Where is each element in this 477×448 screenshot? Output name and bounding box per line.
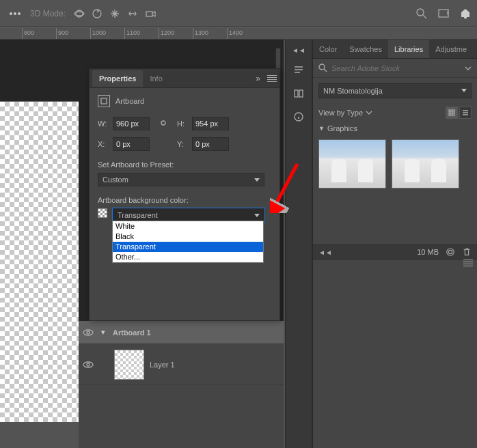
- search-icon[interactable]: [415, 8, 428, 20]
- ruler-mark: 1200: [159, 28, 193, 39]
- svg-rect-8: [299, 90, 303, 97]
- trash-icon[interactable]: [462, 247, 472, 257]
- ruler-mark: 1400: [227, 28, 261, 39]
- dropdown-option-other[interactable]: Other...: [113, 252, 263, 262]
- width-input[interactable]: [113, 117, 150, 130]
- camera-icon[interactable]: [145, 8, 156, 19]
- svg-point-18: [87, 331, 90, 334]
- x-label: X:: [98, 140, 109, 148]
- properties-panel: Properties Info » Artboard W: H: X: Y: S…: [89, 68, 280, 321]
- chevron-down-icon[interactable]: [465, 65, 472, 72]
- layer-thumbnail[interactable]: [114, 350, 144, 380]
- panel-status-bar: ◄◄ 10 MB: [313, 244, 477, 260]
- height-input[interactable]: [192, 117, 229, 130]
- library-asset-thumbnail[interactable]: [318, 139, 386, 188]
- svg-rect-12: [452, 110, 454, 112]
- paragraph-panel-icon[interactable]: [291, 64, 306, 77]
- svg-point-19: [83, 362, 93, 367]
- library-name: NM Stomatologija: [323, 87, 383, 95]
- svg-rect-13: [449, 113, 451, 115]
- disclosure-triangle-icon[interactable]: ▾: [98, 328, 109, 337]
- panel-menu-icon[interactable]: [463, 260, 473, 266]
- svg-point-16: [448, 250, 452, 253]
- mode-label: 3D Mode:: [30, 9, 66, 18]
- bg-color-select[interactable]: Transparent: [113, 208, 264, 222]
- svg-rect-7: [295, 90, 298, 97]
- collapse-panel-icon[interactable]: »: [253, 74, 263, 83]
- bg-color-value: Transparent: [118, 211, 158, 219]
- library-asset-thumbnail[interactable]: [392, 139, 459, 188]
- height-label: H:: [177, 120, 188, 128]
- ruler-mark: 800: [22, 28, 56, 39]
- glyphs-panel-icon[interactable]: [291, 87, 306, 100]
- expand-panels-icon[interactable]: ◄◄: [292, 46, 305, 54]
- y-input[interactable]: [192, 137, 229, 151]
- grid-view-button[interactable]: [446, 107, 458, 119]
- screen-mode-icon[interactable]: [437, 8, 450, 20]
- ruler-mark: 1300: [193, 28, 227, 39]
- svg-point-10: [319, 64, 325, 70]
- orbit-icon[interactable]: [74, 8, 85, 19]
- layer-row[interactable]: Layer 1: [79, 344, 284, 385]
- tab-color[interactable]: Color: [313, 40, 343, 58]
- pan-icon[interactable]: [109, 8, 120, 19]
- collapsed-panel-strip: ◄◄: [285, 40, 312, 448]
- panel-menu-icon[interactable]: [267, 75, 277, 82]
- x-input[interactable]: [113, 137, 150, 151]
- ruler-mark: 700: [0, 28, 22, 39]
- graphics-section-label: Graphics: [327, 124, 357, 132]
- dropdown-option-white[interactable]: White: [113, 221, 263, 232]
- slide-icon[interactable]: [127, 8, 138, 19]
- tab-properties[interactable]: Properties: [92, 70, 143, 87]
- svg-point-2: [93, 10, 101, 18]
- view-by-label[interactable]: View by Type: [318, 109, 363, 117]
- info-panel-icon[interactable]: [291, 110, 306, 124]
- width-label: W:: [98, 120, 109, 128]
- svg-rect-11: [449, 110, 451, 112]
- visibility-toggle[interactable]: [79, 328, 98, 337]
- cloud-icon[interactable]: [446, 247, 455, 257]
- ruler-mark: 900: [56, 28, 90, 39]
- storage-size: 10 MB: [417, 248, 439, 256]
- svg-rect-5: [439, 10, 448, 17]
- link-dimensions-icon[interactable]: [158, 119, 169, 128]
- preset-select[interactable]: Custom: [98, 173, 264, 186]
- stock-search-input[interactable]: [331, 64, 465, 72]
- tab-info[interactable]: Info: [143, 70, 169, 87]
- bg-color-dropdown-list: White Black Transparent Other...: [112, 221, 264, 263]
- tab-adjustments[interactable]: Adjustme: [429, 40, 473, 58]
- disclosure-triangle-icon[interactable]: ▼: [318, 125, 325, 132]
- artboard-canvas[interactable]: [0, 101, 79, 422]
- tab-libraries[interactable]: Libraries: [388, 40, 429, 58]
- bg-color-label: Artboard background color:: [98, 196, 271, 204]
- app-topbar: 3D Mode:: [0, 0, 477, 27]
- list-view-button[interactable]: [459, 107, 472, 119]
- bg-color-swatch[interactable]: [98, 208, 107, 218]
- artboard-row-name: Artboard 1: [113, 328, 151, 337]
- svg-point-20: [87, 363, 90, 366]
- artboard-icon: [98, 95, 110, 107]
- share-icon[interactable]: [459, 8, 472, 20]
- dropdown-option-black[interactable]: Black: [113, 232, 263, 242]
- tab-swatches[interactable]: Swatches: [343, 40, 388, 58]
- svg-rect-3: [146, 12, 152, 16]
- layers-panel: ▾ Artboard 1 Layer 1: [79, 321, 284, 448]
- visibility-toggle[interactable]: [79, 361, 98, 369]
- svg-point-4: [417, 9, 424, 16]
- more-options-button[interactable]: [5, 7, 25, 20]
- svg-point-17: [83, 330, 93, 335]
- svg-rect-6: [101, 98, 107, 104]
- preset-value: Custom: [103, 176, 128, 184]
- svg-point-15: [447, 249, 454, 256]
- collapse-icon[interactable]: ◄◄: [318, 249, 332, 256]
- ruler-mark: 1100: [124, 28, 159, 39]
- horizontal-ruler: 700 800 900 1000 1100 1200 1300 1400: [0, 27, 477, 40]
- libraries-panel: Color Swatches Libraries Adjustme NM Sto…: [312, 40, 477, 448]
- layer-row-artboard[interactable]: ▾ Artboard 1: [79, 321, 284, 344]
- artboard-title: Artboard: [115, 97, 144, 105]
- dropdown-option-transparent[interactable]: Transparent: [113, 242, 263, 252]
- rotate-icon[interactable]: [92, 8, 103, 19]
- chevron-down-icon[interactable]: [366, 109, 372, 116]
- library-select[interactable]: NM Stomatologija: [318, 83, 472, 98]
- layer-name: Layer 1: [150, 361, 175, 369]
